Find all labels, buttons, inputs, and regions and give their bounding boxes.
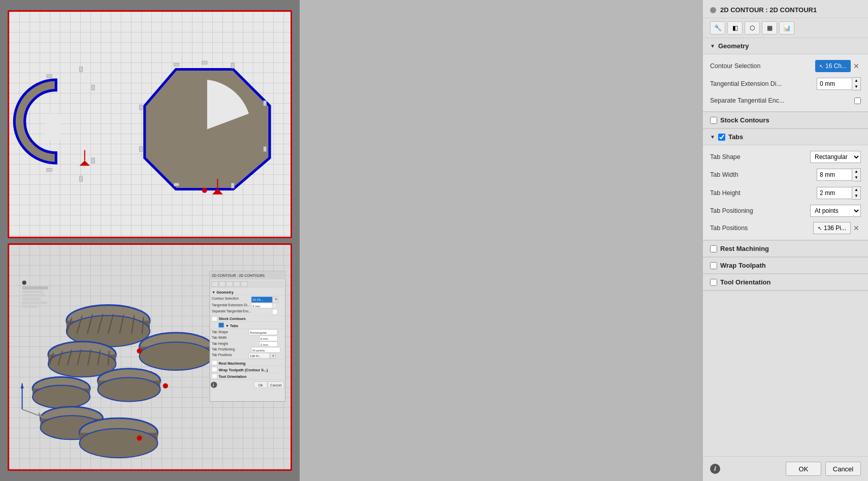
tabs-arrow: ▼ (710, 134, 715, 140)
svg-rect-95 (212, 316, 217, 321)
svg-text:✕: ✕ (274, 297, 278, 302)
contour-clear-button[interactable]: ✕ (852, 61, 861, 71)
tangential-extension-control: ▲ ▼ (817, 77, 861, 90)
wrap-toolpath-checkbox[interactable] (710, 262, 717, 269)
info-icon[interactable]: i (710, 464, 720, 474)
svg-rect-10 (174, 63, 179, 66)
bottom-viewport[interactable]: 2D CONTOUR : 2D CONTOUR1 ▼ Geometry Cont… (8, 243, 292, 471)
tab-positions-cursor-icon: ↖ (818, 226, 822, 231)
svg-text:Rectangular: Rectangular (250, 331, 267, 334)
tab-height-down[interactable]: ▼ (852, 193, 860, 199)
svg-text:Rest Machining: Rest Machining (218, 361, 245, 365)
contour-selection-control: ↖ 16 Ch... ✕ (815, 60, 861, 72)
svg-rect-80 (241, 281, 247, 286)
svg-text:Ok: Ok (258, 383, 263, 387)
geometry-section-header[interactable]: ▼ Geometry (703, 38, 868, 54)
rest-machining-checkbox[interactable] (710, 245, 717, 252)
svg-rect-3 (91, 85, 94, 90)
tab-positioning-control: At points Uniformly Manually (810, 205, 861, 217)
tool-orientation-section-header[interactable]: Tool Orientation (703, 274, 868, 291)
svg-rect-71 (22, 305, 38, 307)
svg-text:Tab Width: Tab Width (212, 336, 227, 339)
wrap-toolpath-section-header[interactable]: Wrap Toolpath (703, 258, 868, 274)
separate-tangential-label: Separate Tangential Enc... (710, 97, 850, 104)
tangential-down[interactable]: ▼ (852, 84, 860, 90)
svg-point-49 (33, 385, 90, 408)
svg-text:✕: ✕ (272, 354, 275, 358)
svg-point-59 (80, 428, 158, 457)
mini-panel-overlay: 2D CONTOUR : 2D CONTOUR1 ▼ Geometry Cont… (210, 271, 285, 401)
svg-point-52 (98, 377, 160, 401)
polygon-shape (139, 61, 269, 195)
tab-positions-clear-button[interactable]: ✕ (852, 223, 861, 233)
tab-height-control: ▲ ▼ (817, 186, 861, 200)
tangential-extension-row: Tangential Extension Di... ▲ ▼ (703, 75, 868, 93)
wrap-toolpath-title: Wrap Toolpath (720, 262, 766, 269)
chart-icon-button[interactable]: 📊 (779, 21, 794, 35)
cancel-button[interactable]: Cancel (825, 462, 861, 476)
layer-icon-button[interactable]: ◧ (727, 21, 743, 35)
separate-tangential-row: Separate Tangential Enc... (703, 93, 868, 108)
contour-selection-value: 16 Ch... (825, 62, 847, 70)
rest-machining-section-header[interactable]: Rest Machining (703, 241, 868, 257)
left-panel: 2D CONTOUR : 2D CONTOUR1 ▼ Geometry Cont… (0, 0, 300, 481)
tab-positions-label: Tab Positions (710, 225, 809, 232)
svg-point-21 (202, 187, 207, 193)
svg-rect-98 (218, 323, 223, 327)
tabs-checkbox[interactable] (718, 134, 725, 141)
path-icon-button[interactable]: ⬡ (745, 21, 760, 35)
tangential-extension-input[interactable] (817, 78, 852, 90)
stock-contours-checkbox[interactable] (710, 117, 717, 124)
svg-text:Tab Shape: Tab Shape (212, 330, 228, 334)
wrench-icon: 🔧 (714, 24, 722, 31)
contour-selection-label: Contour Selection (710, 62, 811, 70)
geometry-arrow: ▼ (710, 43, 715, 49)
tool-icon-button[interactable]: 🔧 (710, 21, 725, 35)
tab-height-label: Tab Height (710, 189, 813, 197)
3d-parts (21, 280, 213, 458)
tab-width-down[interactable]: ▼ (852, 175, 860, 181)
status-dot (710, 7, 716, 13)
separate-tangential-checkbox[interactable] (854, 98, 861, 104)
top-viewport-content (9, 12, 291, 237)
tab-positions-row: Tab Positions ↖ 136 Pi... ✕ (703, 219, 868, 237)
stock-contours-section-header[interactable]: Stock Contours (703, 112, 868, 129)
panel-header: 2D CONTOUR : 2D CONTOUR1 (703, 0, 868, 18)
tab-positioning-select[interactable]: At points Uniformly Manually (810, 205, 861, 217)
geometry-section-title: Geometry (718, 42, 749, 50)
footer-buttons: OK Cancel (786, 462, 861, 476)
tab-height-spinner: ▲ ▼ (852, 186, 861, 200)
svg-rect-76 (212, 281, 218, 286)
svg-rect-17 (139, 146, 142, 151)
svg-rect-1 (47, 75, 52, 78)
svg-rect-16 (174, 183, 179, 186)
svg-rect-4 (91, 158, 94, 163)
tangential-extension-label: Tangential Extension Di... (710, 80, 813, 87)
tab-width-input[interactable] (817, 169, 852, 181)
contour-selection-row: Contour Selection ↖ 16 Ch... ✕ (703, 57, 868, 75)
svg-text:Wrap Toolpath (Contour S...): Wrap Toolpath (Contour S...) (218, 368, 268, 372)
tab-width-row: Tab Width ▲ ▼ (703, 166, 868, 184)
path-icon: ⬡ (750, 24, 755, 31)
tab-positions-button[interactable]: ↖ 136 Pi... (813, 222, 851, 234)
svg-rect-70 (22, 301, 47, 304)
panel-body: ▼ Geometry Contour Selection ↖ 16 Ch... … (703, 38, 868, 456)
contour-selection-button[interactable]: ↖ 16 Ch... (815, 60, 851, 72)
svg-rect-13 (264, 101, 267, 106)
ok-button[interactable]: OK (786, 462, 821, 476)
tangential-up[interactable]: ▲ (852, 78, 860, 84)
tab-positioning-label: Tab Positioning (710, 207, 806, 214)
tab-height-up[interactable]: ▲ (852, 187, 860, 193)
svg-rect-122 (212, 367, 217, 371)
table-icon-button[interactable]: ▦ (762, 21, 777, 35)
tabs-section-header[interactable]: ▼ Tabs (703, 129, 868, 145)
svg-text:Contour Selection: Contour Selection (212, 297, 239, 300)
tab-shape-select[interactable]: Rectangular Trapezoidal Dogbone (810, 151, 861, 163)
tab-height-input[interactable] (817, 187, 852, 199)
top-viewport[interactable] (8, 10, 292, 238)
panel-footer: i OK Cancel (703, 456, 868, 481)
table-icon: ▦ (767, 24, 773, 31)
tabs-section-title: Tabs (728, 133, 743, 141)
tab-width-up[interactable]: ▲ (852, 169, 860, 175)
tool-orientation-checkbox[interactable] (710, 279, 717, 286)
